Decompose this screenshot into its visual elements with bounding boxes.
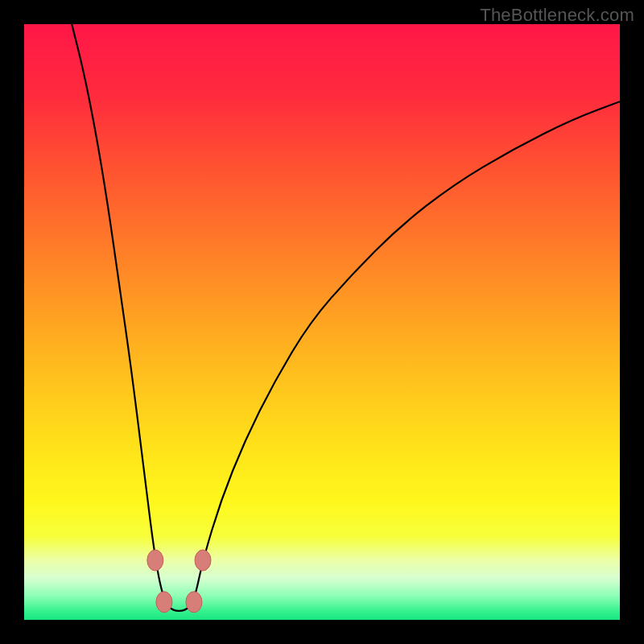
plot-area [24,24,620,620]
curve-marker [186,592,202,613]
curve-marker [147,550,163,571]
curve-marker [156,592,172,613]
curve-layer [24,24,620,620]
chart-stage: TheBottleneck.com [0,0,644,644]
bottleneck-curve [72,24,620,611]
curve-markers [147,550,211,613]
watermark-label: TheBottleneck.com [480,5,634,26]
curve-marker [195,550,211,571]
